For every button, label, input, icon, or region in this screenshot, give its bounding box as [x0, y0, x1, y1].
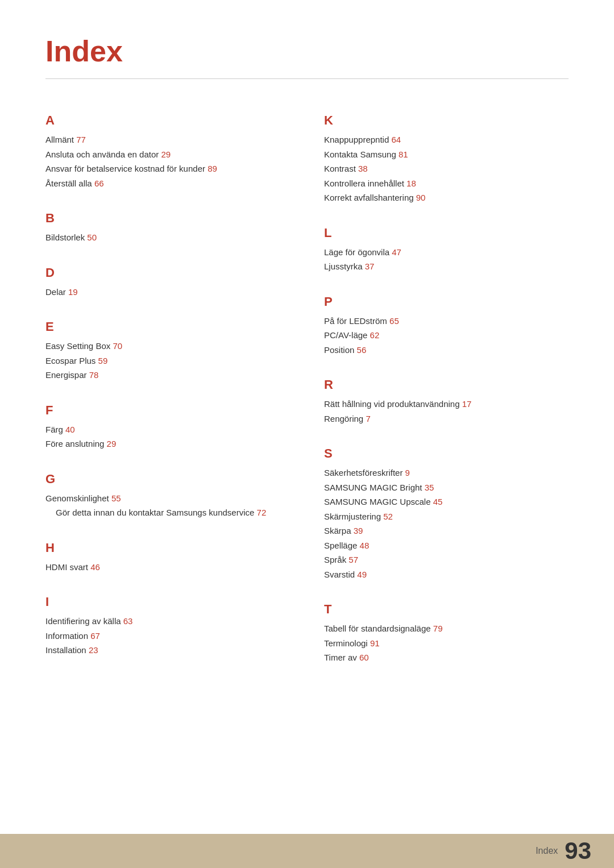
index-entry: SAMSUNG MAGIC Bright 35 [324, 480, 569, 495]
index-entry: Ecospar Plus 59 [45, 354, 290, 368]
index-entry: Timer av 60 [324, 650, 569, 665]
entry-page-number: 90 [416, 193, 426, 202]
index-entry: Gör detta innan du kontaktar Samsungs ku… [45, 505, 290, 520]
entry-page-number: 78 [89, 370, 99, 380]
index-section: EEasy Setting Box 70Ecospar Plus 59Energ… [45, 319, 290, 383]
index-entry: Skärpa 39 [324, 524, 569, 538]
section-letter: F [45, 403, 290, 418]
entry-page-number: 63 [123, 616, 133, 626]
entry-page-number: 29 [161, 149, 171, 159]
index-entry: Språk 57 [324, 553, 569, 567]
section-letter: L [324, 226, 569, 240]
entry-page-number: 23 [89, 645, 98, 655]
index-section: DDelar 19 [45, 265, 290, 300]
index-entry: Före anslutning 29 [45, 437, 290, 451]
entry-page-number: 70 [113, 341, 122, 351]
section-letter: S [324, 446, 569, 461]
entry-page-number: 19 [68, 287, 78, 297]
index-section: BBildstorlek 50 [45, 211, 290, 245]
section-letter: G [45, 472, 290, 487]
index-entry: Easy Setting Box 70 [45, 339, 290, 354]
index-entry: SAMSUNG MAGIC Upscale 45 [324, 495, 569, 509]
index-entry: Terminologi 91 [324, 636, 569, 651]
index-entry: Tabell för standardsignaläge 79 [324, 621, 569, 636]
index-section: AAllmänt 77Ansluta och använda en dator … [45, 113, 290, 190]
index-entry: Energispar 78 [45, 368, 290, 383]
entry-page-number: 66 [94, 178, 104, 188]
index-entry: Identifiering av källa 63 [45, 614, 290, 629]
entry-page-number: 9 [405, 468, 410, 477]
section-letter: I [45, 595, 290, 609]
entry-page-number: 39 [354, 526, 363, 535]
title-divider [45, 78, 569, 79]
index-entry: Ansvar för betalservice kostnad för kund… [45, 161, 290, 176]
index-section: TTabell för standardsignaläge 79Terminol… [324, 602, 569, 665]
index-entry: Återställ alla 66 [45, 176, 290, 191]
section-letter: P [324, 294, 569, 309]
footer-page-number: 93 [565, 839, 591, 863]
index-entry: Kontrast 38 [324, 161, 569, 176]
index-entry: Svarstid 49 [324, 567, 569, 582]
index-entry: På för LEDström 65 [324, 314, 569, 329]
index-entry: Genomskinlighet 55 [45, 491, 290, 506]
entry-page-number: 37 [365, 261, 375, 271]
entry-page-number: 67 [90, 631, 100, 641]
index-entry: Bildstorlek 50 [45, 230, 290, 245]
entry-page-number: 49 [357, 570, 367, 579]
page: Index AAllmänt 77Ansluta och använda en … [0, 0, 614, 868]
index-entry: Rengöring 7 [324, 412, 569, 426]
footer-label: Index [536, 846, 558, 856]
index-entry: Knappupprepntid 64 [324, 132, 569, 147]
entry-page-number: 18 [406, 178, 416, 188]
section-letter: K [324, 113, 569, 128]
entry-page-number: 64 [391, 135, 401, 144]
entry-page-number: 59 [98, 356, 108, 366]
index-entry: Kontrollera innehållet 18 [324, 176, 569, 191]
index-entry: Spelläge 48 [324, 538, 569, 553]
entry-page-number: 55 [111, 493, 121, 503]
entry-page-number: 52 [383, 512, 393, 521]
entry-page-number: 50 [87, 232, 97, 242]
index-entry: Korrekt avfallshantering 90 [324, 190, 569, 205]
section-letter: E [45, 319, 290, 334]
index-entry: Läge för ögonvila 47 [324, 245, 569, 260]
entry-page-number: 89 [208, 164, 217, 173]
entry-page-number: 77 [76, 135, 86, 144]
index-entry: Ansluta och använda en dator 29 [45, 147, 290, 162]
entry-page-number: 79 [433, 624, 443, 633]
entry-page-number: 17 [462, 399, 472, 409]
index-section: FFärg 40Före anslutning 29 [45, 403, 290, 451]
right-column: KKnappupprepntid 64Kontakta Samsung 81Ko… [324, 113, 569, 686]
index-entry: HDMI svart 46 [45, 560, 290, 575]
index-section: GGenomskinlighet 55Gör detta innan du ko… [45, 472, 290, 520]
section-letter: A [45, 113, 290, 128]
entry-page-number: 38 [358, 164, 368, 173]
section-letter: H [45, 541, 290, 555]
index-section: LLäge för ögonvila 47Ljusstyrka 37 [324, 226, 569, 274]
index-entry: Färg 40 [45, 422, 290, 437]
entry-page-number: 81 [399, 149, 408, 159]
index-entry: Rätt hållning vid produktanvändning 17 [324, 397, 569, 412]
entry-page-number: 48 [360, 541, 370, 550]
index-entry: Information 67 [45, 629, 290, 643]
index-entry: Kontakta Samsung 81 [324, 147, 569, 162]
entry-page-number: 7 [366, 414, 370, 423]
index-section: KKnappupprepntid 64Kontakta Samsung 81Ko… [324, 113, 569, 205]
index-section: PPå för LEDström 65PC/AV-läge 62Position… [324, 294, 569, 358]
index-entry: Position 56 [324, 343, 569, 358]
index-entry: Allmänt 77 [45, 132, 290, 147]
index-section: IIdentifiering av källa 63Information 67… [45, 595, 290, 658]
index-section: HHDMI svart 46 [45, 541, 290, 575]
entry-page-number: 46 [90, 562, 100, 572]
entry-page-number: 35 [425, 483, 434, 492]
index-entry: Säkerhetsföreskrifter 9 [324, 466, 569, 480]
section-letter: T [324, 602, 569, 617]
index-entry: Installation 23 [45, 643, 290, 658]
entry-page-number: 91 [370, 638, 380, 648]
entry-page-number: 45 [433, 497, 443, 506]
entry-page-number: 72 [257, 508, 267, 517]
index-entry: Skärmjustering 52 [324, 509, 569, 524]
section-letter: B [45, 211, 290, 226]
entry-page-number: 56 [357, 345, 367, 355]
entry-page-number: 29 [107, 439, 117, 448]
